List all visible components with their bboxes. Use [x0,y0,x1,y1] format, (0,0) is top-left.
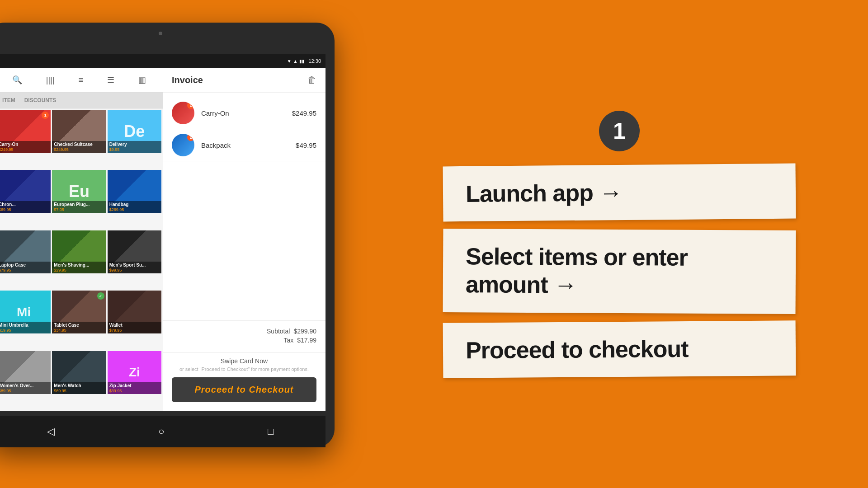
product-cell[interactable]: Handbag $269.95 [108,170,161,213]
subtotal-row: Subtotal $299.90 [172,328,316,335]
product-panel: 🔍 |||| ≡ ☰ ▥ ITEM DISCOUNTS [0,68,163,411]
subtotal-value: $299.90 [293,328,316,335]
back-button[interactable]: ◁ [47,426,55,437]
swipe-card-text: Swipe Card Now [172,357,316,365]
subtotal-label: Subtotal [267,328,290,335]
product-badge: 1 [42,112,49,119]
product-cell[interactable]: Zi Zip Jacket $39.95 [108,351,161,394]
item-quantity-badge: 1 [187,134,194,141]
product-cell[interactable]: Men's Watch $69.95 [52,351,106,394]
time-display: 12:30 [308,58,321,64]
camera-notch [159,32,162,35]
product-cell[interactable]: 1 Carry-On $249.95 [0,110,51,153]
recent-button[interactable]: □ [268,426,274,437]
list-icon[interactable]: ☰ [107,75,114,85]
product-cell[interactable]: Men's Shaving... $29.95 [52,230,106,273]
invoice-item-image: 1 [172,134,194,156]
product-cell[interactable]: Laptop Case $79.95 [0,230,51,273]
product-label: Checked Suitcase $249.95 [52,141,106,153]
product-label: Women's Over... $89.95 [0,382,51,394]
instruction-card-launch: Launch app → [443,164,796,222]
signal-icon: ▼ [287,59,292,64]
invoice-items: 1 Carry-On $249.95 1 Backpack $49.95 [163,93,326,320]
product-label: Delivery $9.95 [108,141,161,153]
product-label: Carry-On $249.95 [0,141,51,153]
invoice-item-image: 1 [172,102,194,124]
battery-icon: ▮▮ [299,59,305,64]
product-label: Zip Jacket $39.95 [108,382,161,394]
invoice-footer: Swipe Card Now or select "Proceed to Che… [163,352,326,411]
invoice-item-price: $249.95 [292,109,316,117]
product-label: Wallet $79.95 [108,322,161,333]
arrow-icon: → [599,178,623,207]
tax-label: Tax [283,337,293,344]
invoice-item-name: Backpack [201,141,296,149]
tablet-frame: ▼ ▲ ▮▮ 12:30 🔍 |||| ≡ ☰ [0,23,335,447]
product-cell[interactable]: Checked Suitcase $249.95 [52,110,106,153]
select-items-text: Select items or enter amount → [466,242,774,300]
app-content: 🔍 |||| ≡ ☰ ▥ ITEM DISCOUNTS [0,68,326,411]
instructions-panel: 1 Launch app → Select items or enter amo… [371,0,868,488]
tab-item[interactable]: ITEM [2,97,15,103]
product-label: European Plug... $7.05 [52,201,106,213]
status-bar: ▼ ▲ ▮▮ 12:30 [0,54,326,68]
product-label: Men's Sport Su... $99.95 [108,262,161,273]
invoice-item: 1 Backpack $49.95 [163,129,326,161]
product-cell[interactable]: ✓ Tablet Case $34.95 [52,291,106,333]
step-badge: 1 [599,111,640,151]
tablet-screen: ▼ ▲ ▮▮ 12:30 🔍 |||| ≡ ☰ [0,54,326,411]
step-number: 1 [613,118,626,144]
invoice-item-name: Carry-On [201,109,292,117]
search-icon[interactable]: 🔍 [12,75,22,85]
tab-bar: ITEM DISCOUNTS [0,93,163,108]
tab-discounts[interactable]: DISCOUNTS [24,97,57,103]
wifi-icon: ▲ [293,59,298,64]
invoice-panel: Invoice 🗑 1 Carry-On $249.95 [163,68,326,411]
arrow-icon-2: → [554,272,577,298]
product-cell[interactable]: Chron... $69.95 [0,170,51,213]
product-cell[interactable]: Men's Sport Su... $99.95 [108,230,161,273]
toolbar: 🔍 |||| ≡ ☰ ▥ [0,68,163,93]
product-grid: 1 Carry-On $249.95 Checked Suitcase $249… [0,108,163,411]
instruction-card-checkout: Proceed to checkout [443,321,796,379]
product-cell[interactable]: Wallet $79.95 [108,291,161,333]
product-cell[interactable]: Mi Mini Umbrella $19.95 [0,291,51,333]
invoice-totals: Subtotal $299.90 Tax $17.99 [163,320,326,352]
layers-icon[interactable]: ≡ [79,75,84,85]
barcode-icon[interactable]: |||| [46,75,55,85]
product-label: Chron... $69.95 [0,201,51,213]
checkout-text: Proceed to checkout [466,334,773,365]
tax-row: Tax $17.99 [172,337,316,344]
invoice-item: 1 Carry-On $249.95 [163,97,326,129]
launch-app-text: Launch app → [466,177,774,208]
status-icons: ▼ ▲ ▮▮ 12:30 [287,58,321,64]
product-label: Handbag $269.95 [108,201,161,213]
product-cell[interactable]: Eu European Plug... $7.05 [52,170,106,213]
product-label: Tablet Case $34.95 [52,322,106,333]
invoice-header: Invoice 🗑 [163,68,326,93]
product-badge: ✓ [97,292,104,300]
product-cell[interactable]: De Delivery $9.95 [108,110,161,153]
product-label: Men's Watch $69.95 [52,382,106,394]
nav-bar: ◁ ○ □ [0,416,326,447]
instruction-card-select: Select items or enter amount → [443,229,796,314]
home-button[interactable]: ○ [158,426,164,437]
product-label: Men's Shaving... $29.95 [52,262,106,273]
invoice-item-price: $49.95 [296,141,316,149]
tax-value: $17.99 [297,337,316,344]
swipe-card-subtext: or select "Proceed to Checkout" for more… [172,366,316,372]
tablet-device: ▼ ▲ ▮▮ 12:30 🔍 |||| ≡ ☰ [0,23,344,456]
product-cell[interactable]: Women's Over... $89.95 [0,351,51,394]
invoice-title: Invoice [172,75,203,85]
layout-icon[interactable]: ▥ [138,75,146,85]
checkout-button[interactable]: Proceed to Checkout [172,377,316,402]
product-label: Laptop Case $79.95 [0,262,51,273]
item-quantity-badge: 1 [187,102,194,109]
delete-icon[interactable]: 🗑 [307,75,316,85]
product-label: Mini Umbrella $19.95 [0,322,51,333]
